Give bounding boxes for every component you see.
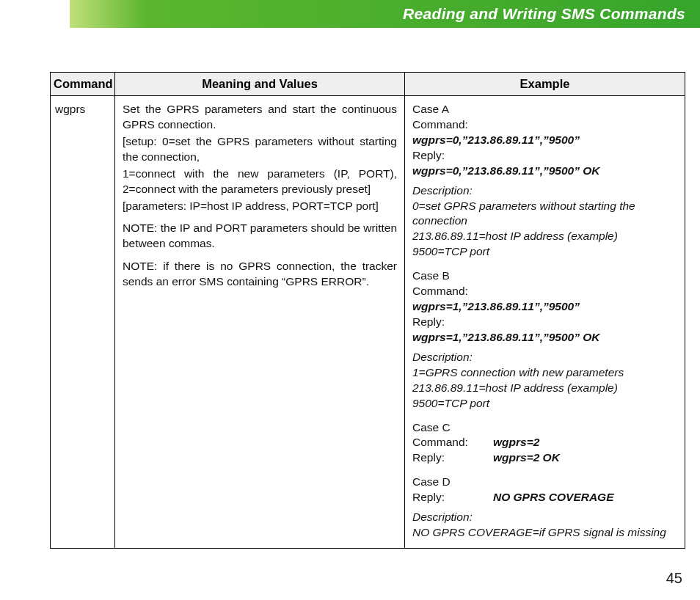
case-reply-label: Reply: — [412, 148, 677, 164]
meaning-line: Set the GPRS parameters and start the co… — [123, 102, 397, 133]
page-content: Command Meaning and Values Example wgprs… — [0, 28, 700, 549]
page-number: 45 — [666, 570, 682, 587]
table-row: wgprs Set the GPRS parameters and start … — [51, 96, 685, 549]
case-desc-line: 9500=TCP port — [412, 396, 677, 411]
case-title: Case D — [412, 475, 677, 490]
case-title: Case B — [412, 268, 677, 284]
header-curve — [40, 0, 99, 28]
meaning-note: NOTE: the IP and PORT parameters should … — [123, 221, 397, 252]
case-command-value: wgprs=0,”213.86.89.11”,”9500” — [412, 133, 677, 148]
cell-example: Case A Command: wgprs=0,”213.86.89.11”,”… — [405, 96, 685, 549]
case-desc-label: Description: — [412, 183, 677, 199]
case-command-value: wgprs=2 — [493, 435, 539, 450]
case-d: Case D Reply: NO GPRS COVERAGE Descripti… — [412, 475, 677, 541]
commands-table: Command Meaning and Values Example wgprs… — [50, 72, 685, 549]
case-reply-row: Reply: wgprs=2 OK — [412, 450, 677, 466]
case-reply-value: NO GPRS COVERAGE — [493, 490, 614, 505]
case-b: Case B Command: wgprs=1,”213.86.89.11”,”… — [412, 268, 677, 411]
case-reply-value: wgprs=0,”213.86.89.11”,”9500” OK — [412, 164, 677, 179]
case-desc-line: 9500=TCP port — [412, 244, 677, 260]
case-reply-label: Reply: — [412, 450, 493, 466]
header-banner: Reading and Writing SMS Commands — [70, 0, 700, 28]
meaning-line: [parameters: IP=host IP address, PORT=TC… — [123, 199, 397, 214]
case-desc-line: 213.86.89.11=host IP address (example) — [412, 381, 677, 396]
col-header-meaning: Meaning and Values — [115, 73, 405, 96]
case-desc-label: Description: — [412, 350, 677, 365]
cell-command: wgprs — [51, 96, 115, 549]
case-reply-value: wgprs=1,”213.86.89.11”,”9500” OK — [412, 330, 677, 345]
meaning-note: NOTE: if there is no GPRS connection, th… — [123, 259, 397, 290]
case-c: Case C Command: wgprs=2 Reply: wgprs=2 O… — [412, 420, 677, 467]
case-title: Case C — [412, 420, 677, 436]
case-title: Case A — [412, 102, 677, 117]
case-desc-line: 1=GPRS connection with new parameters — [412, 365, 677, 381]
case-reply-value: wgprs=2 OK — [493, 450, 560, 466]
case-command-value: wgprs=1,”213.86.89.11”,”9500” — [412, 299, 677, 315]
header-title: Reading and Writing SMS Commands — [403, 5, 685, 23]
case-desc-line: 213.86.89.11=host IP address (example) — [412, 229, 677, 244]
case-a: Case A Command: wgprs=0,”213.86.89.11”,”… — [412, 102, 677, 260]
case-command-label: Command: — [412, 284, 677, 299]
case-reply-row: Reply: NO GPRS COVERAGE — [412, 490, 677, 505]
table-header-row: Command Meaning and Values Example — [51, 73, 685, 96]
case-reply-label: Reply: — [412, 315, 677, 330]
case-command-label: Command: — [412, 117, 677, 133]
case-desc-line: NO GPRS COVERAGE=if GPRS signal is missi… — [412, 525, 677, 541]
meaning-line: [setup: 0=set the GPRS parameters withou… — [123, 134, 397, 165]
case-command-row: Command: wgprs=2 — [412, 435, 677, 450]
col-header-command: Command — [51, 73, 115, 96]
case-desc-label: Description: — [412, 510, 677, 525]
page-header: Reading and Writing SMS Commands — [0, 0, 700, 28]
case-reply-label: Reply: — [412, 490, 493, 505]
case-desc-line: 0=set GPRS parameters without starting t… — [412, 199, 677, 230]
meaning-line: 1=connect with the new parameters (IP, P… — [123, 167, 397, 197]
case-command-label: Command: — [412, 435, 493, 450]
cell-meaning: Set the GPRS parameters and start the co… — [115, 96, 405, 549]
col-header-example: Example — [405, 73, 685, 96]
